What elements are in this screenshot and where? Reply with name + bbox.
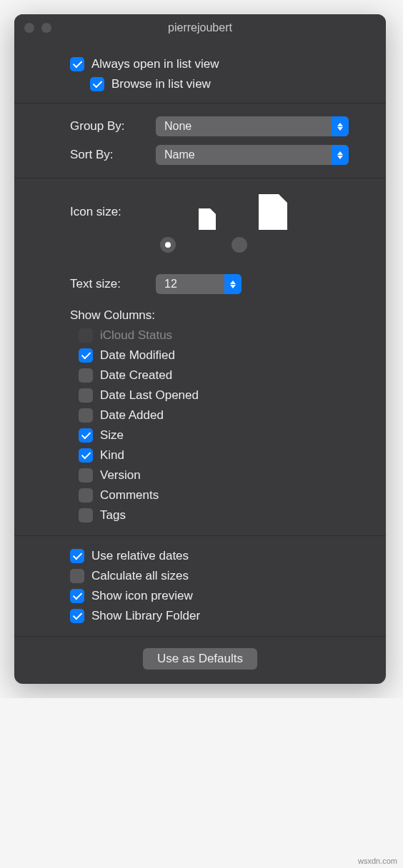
select-arrows-icon [224, 274, 242, 294]
show-library-folder-checkbox[interactable] [70, 609, 84, 623]
view-mode-section: Always open in list view Browse in list … [14, 41, 386, 103]
column-date-last-opened-checkbox[interactable] [79, 388, 93, 403]
column-kind-checkbox[interactable] [79, 448, 93, 463]
columns-list: iCloud Status Date Modified Date Created… [70, 328, 366, 523]
select-arrows-icon [332, 116, 349, 136]
column-tags-checkbox[interactable] [79, 508, 93, 523]
column-date-created-checkbox[interactable] [79, 368, 93, 383]
browse-list-view-label: Browse in list view [111, 77, 211, 91]
show-columns-heading: Show Columns: [70, 308, 366, 323]
column-label: Date Added [100, 408, 164, 423]
icon-size-label: Icon size: [70, 205, 156, 219]
sort-by-label: Sort By: [70, 148, 156, 162]
sort-by-value: Name [164, 148, 195, 161]
footer-section: Use as Defaults [14, 636, 386, 684]
text-size-select[interactable]: 12 [156, 274, 242, 294]
column-label: Kind [100, 448, 124, 463]
group-sort-section: Group By: None Sort By: Name [14, 103, 386, 178]
always-open-list-view-checkbox[interactable] [70, 57, 84, 71]
column-icloud-status-checkbox [79, 328, 93, 343]
calculate-all-sizes-checkbox[interactable] [70, 569, 84, 583]
column-label: Date Last Opened [100, 388, 199, 403]
icon-size-small-radio[interactable] [160, 237, 176, 253]
view-options-window: pierrejoubert Always open in list view B… [14, 14, 386, 684]
display-section: Icon size: Text size: 12 Show Columns: i… [14, 178, 386, 535]
column-label: Date Created [100, 368, 172, 383]
option-label: Show Library Folder [91, 609, 200, 623]
icon-size-large-radio[interactable] [232, 237, 247, 253]
options-section: Use relative dates Calculate all sizes S… [14, 535, 386, 636]
column-comments-checkbox[interactable] [79, 488, 93, 503]
titlebar: pierrejoubert [14, 14, 386, 41]
use-as-defaults-button[interactable]: Use as Defaults [143, 648, 257, 670]
option-label: Calculate all sizes [91, 569, 189, 583]
text-size-label: Text size: [70, 277, 156, 291]
column-label: Tags [100, 508, 126, 523]
use-relative-dates-checkbox[interactable] [70, 549, 84, 563]
column-date-added-checkbox[interactable] [79, 408, 93, 423]
option-label: Use relative dates [91, 549, 189, 563]
select-arrows-icon [332, 145, 349, 165]
text-size-value: 12 [164, 278, 177, 291]
sort-by-select[interactable]: Name [156, 145, 349, 165]
file-icon-small [199, 208, 216, 230]
column-size-checkbox[interactable] [79, 428, 93, 443]
column-date-modified-checkbox[interactable] [79, 348, 93, 363]
column-label: Comments [100, 488, 159, 503]
group-by-value: None [164, 120, 191, 133]
group-by-label: Group By: [70, 119, 156, 133]
column-label: Version [100, 468, 141, 483]
column-label: Date Modified [100, 348, 175, 363]
group-by-select[interactable]: None [156, 116, 349, 136]
column-label: iCloud Status [100, 328, 172, 343]
file-icon-large [259, 194, 287, 230]
column-label: Size [100, 428, 124, 443]
always-open-list-view-label: Always open in list view [91, 57, 219, 71]
column-version-checkbox[interactable] [79, 468, 93, 483]
show-icon-preview-checkbox[interactable] [70, 589, 84, 603]
option-label: Show icon preview [91, 589, 193, 603]
browse-list-view-checkbox[interactable] [90, 77, 104, 91]
window-title: pierrejoubert [14, 21, 386, 34]
